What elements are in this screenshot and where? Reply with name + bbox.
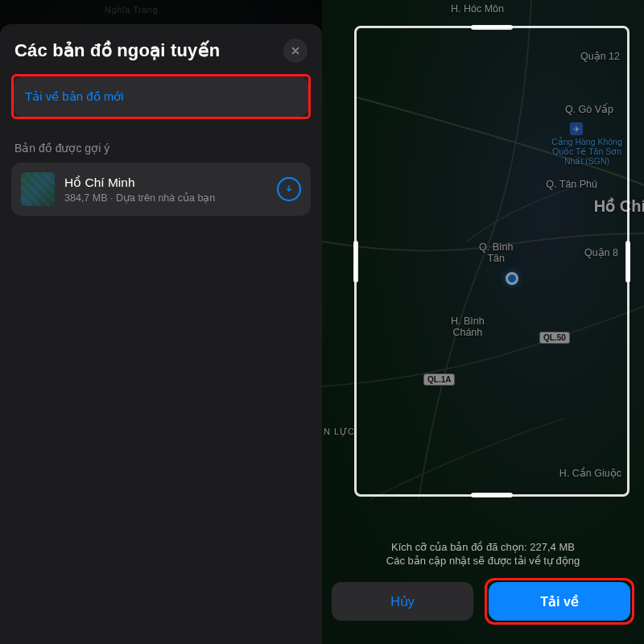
download-bottom-bar: Kích cỡ của bản đồ đã chọn: 227,4 MB Các…: [322, 533, 644, 644]
suggested-map-thumbnail: [21, 172, 55, 206]
offline-maps-sheet-screen: Nghĩa Trang Các bản đồ ngoại tuyến Tải v…: [0, 0, 322, 644]
suggested-map-title: Hồ Chí Minh: [64, 175, 267, 190]
cancel-button[interactable]: Hủy: [332, 582, 473, 621]
sheet-title: Các bản đồ ngoại tuyến: [14, 40, 220, 61]
close-button[interactable]: [283, 39, 308, 63]
selection-handle-bottom[interactable]: [471, 493, 513, 497]
download-button-highlight: Tải về: [485, 578, 634, 625]
selection-handle-left[interactable]: [353, 241, 358, 283]
map-area-select-screen: H. Hóc Môn Quận 12 Q. Gò Vấp ✈ Cảng Hàng…: [322, 0, 644, 644]
selected-size-label: Kích cỡ của bản đồ đã chọn: 227,4 MB: [332, 541, 634, 553]
selection-frame[interactable]: [354, 26, 630, 497]
selection-handle-top[interactable]: [471, 25, 513, 30]
offline-maps-sheet: Các bản đồ ngoại tuyến Tải về bản đồ mới…: [0, 24, 322, 644]
download-new-map-label: Tải về bản đồ mới: [25, 89, 124, 103]
cancel-button-label: Hủy: [390, 594, 415, 609]
auto-update-label: Các bản cập nhật sẽ được tải về tự động: [332, 555, 634, 567]
suggested-maps-section-label: Bản đồ được gợi ý: [14, 142, 308, 155]
download-new-map-row[interactable]: Tải về bản đồ mới: [14, 76, 308, 117]
selection-handle-right[interactable]: [625, 241, 630, 283]
close-icon: [290, 45, 301, 56]
suggested-map-card[interactable]: Hồ Chí Minh 384,7 MB · Dựa trên nhà của …: [11, 163, 311, 216]
download-button[interactable]: Tải về: [489, 582, 630, 621]
download-button-label: Tải về: [540, 594, 579, 609]
download-suggested-button[interactable]: [277, 177, 301, 201]
suggested-map-subtitle: 384,7 MB · Dựa trên nhà của bạn: [64, 192, 267, 204]
download-icon: [283, 184, 295, 195]
download-new-map-row-highlight: Tải về bản đồ mới: [11, 74, 311, 119]
